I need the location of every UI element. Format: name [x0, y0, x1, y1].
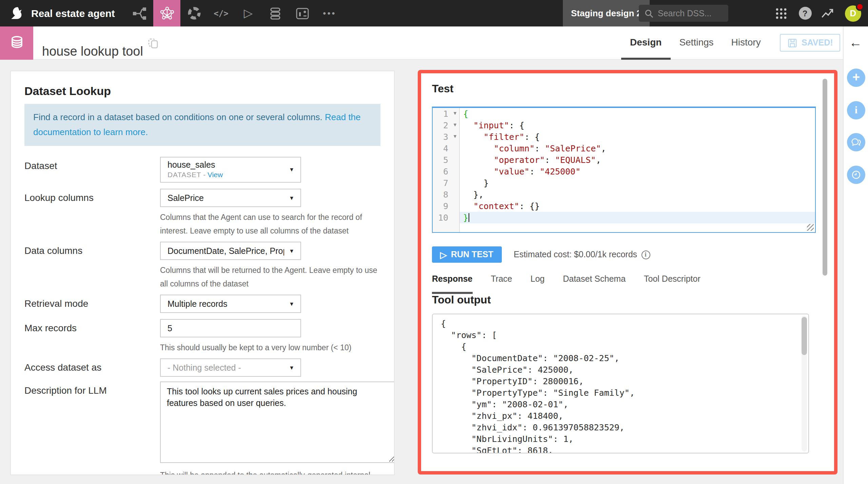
tab-trace[interactable]: Trace: [491, 274, 512, 294]
save-icon: [787, 38, 797, 48]
test-input-editor[interactable]: 1{ 2 "input": { 3 "filter": { 4 "column"…: [432, 107, 816, 233]
apps-grid-icon[interactable]: [771, 0, 791, 26]
estimated-cost: Estimated cost: $0.00/1k records: [514, 250, 650, 259]
test-panel: Test 1{ 2 "input": { 3 "filter": { 4 "co…: [418, 70, 837, 474]
result-tabs: Response Trace Log Dataset Schema Tool D…: [432, 274, 823, 294]
max-records-row: Max records 5 This should usually be kep…: [24, 319, 380, 354]
retrieval-mode-row: Retrieval mode Multiple records: [24, 295, 380, 313]
description-help: This will be appended to the automatical…: [160, 468, 380, 475]
env-switch-button[interactable]: Staging design 2: [563, 0, 650, 26]
history-button[interactable]: [847, 166, 865, 184]
editor-line-active: 10}: [433, 212, 815, 223]
max-records-help: This should usually be kept to a very lo…: [160, 341, 380, 354]
output-scrollbar[interactable]: [802, 317, 807, 355]
bird-logo-icon: [9, 5, 25, 21]
collapse-panel-arrow-icon[interactable]: ←: [849, 36, 862, 49]
fold-icon[interactable]: [451, 119, 460, 131]
tool-output-title: Tool output: [432, 294, 823, 306]
right-rail: ←: [843, 26, 868, 484]
dataset-type-badge: DATASET: [167, 170, 201, 179]
test-title: Test: [432, 83, 823, 95]
visual-analyses-icon[interactable]: [153, 0, 180, 26]
max-records-input[interactable]: 5: [160, 319, 301, 337]
tab-dataset-schema[interactable]: Dataset Schema: [563, 274, 626, 294]
search-icon: [644, 8, 654, 18]
data-columns-help: Columns that will be returned to the Age…: [160, 263, 380, 291]
description-textarea[interactable]: This tool looks up current sales prices …: [160, 381, 395, 463]
trend-icon[interactable]: [817, 0, 837, 26]
description-label: Description for LLM: [24, 381, 160, 396]
fold-icon[interactable]: [451, 131, 460, 143]
line-number: 9: [433, 200, 451, 212]
editor-line: 1{: [433, 108, 815, 119]
notification-badge: [856, 2, 864, 11]
tab-design[interactable]: Design: [621, 26, 670, 60]
project-title: Real estate agent: [31, 7, 115, 19]
run-test-button[interactable]: RUN TEST: [432, 246, 501, 263]
tab-history[interactable]: History: [723, 26, 770, 60]
info-button[interactable]: [847, 101, 865, 119]
copy-id-icon[interactable]: [148, 38, 159, 52]
line-number: 3: [433, 131, 451, 143]
editor-line: 7 }: [433, 177, 815, 189]
header-tabs: Design Settings History: [621, 26, 770, 60]
info-box: Find a record in a dataset based on cond…: [24, 104, 380, 146]
fold-icon[interactable]: [451, 108, 460, 119]
lookup-columns-row: Lookup columns SalePrice Columns that th…: [24, 189, 380, 238]
more-icon[interactable]: [316, 0, 343, 26]
panel-title: Dataset Lookup: [24, 85, 380, 98]
description-row: Description for LLM This tool looks up c…: [24, 381, 380, 475]
dataset-select[interactable]: house_sales DATASET - View: [160, 157, 301, 183]
line-number: 8: [433, 189, 451, 200]
notebooks-icon[interactable]: [180, 0, 208, 26]
tab-response[interactable]: Response: [432, 274, 473, 294]
stack-icon[interactable]: [262, 0, 289, 26]
tool-header: house lookup tool Design Settings Histor…: [0, 26, 843, 60]
flow-icon[interactable]: [126, 0, 153, 26]
tab-log[interactable]: Log: [531, 274, 545, 294]
editor-resize-handle[interactable]: [807, 224, 814, 231]
dataset-lookup-panel: Dataset Lookup Find a record in a datase…: [10, 71, 395, 475]
data-columns-row: Data columns DocumentDate, SalePrice, Pr…: [24, 242, 380, 291]
project-nav: [126, 0, 343, 26]
dataset-row: Dataset house_sales DATASET - View: [24, 157, 380, 183]
lookup-columns-label: Lookup columns: [24, 189, 160, 203]
code-icon[interactable]: [208, 0, 235, 26]
add-button[interactable]: [847, 69, 865, 87]
editor-line: 2 "input": {: [433, 119, 815, 131]
jobs-play-icon[interactable]: [235, 0, 262, 26]
line-number: 6: [433, 166, 451, 177]
dataiku-logo[interactable]: [8, 4, 26, 22]
dataset-view-link[interactable]: View: [208, 170, 223, 179]
help-icon[interactable]: [795, 0, 815, 26]
top-navbar: Real estate agent: [0, 0, 868, 26]
tab-tool-descriptor[interactable]: Tool Descriptor: [644, 274, 701, 294]
user-avatar[interactable]: D: [843, 0, 863, 26]
saved-button[interactable]: SAVED!: [780, 34, 841, 52]
editor-line: 3 "filter": {: [433, 131, 815, 143]
search-placeholder: Search DSS...: [658, 8, 711, 18]
search-input[interactable]: Search DSS...: [639, 5, 728, 22]
page-title: house lookup tool: [42, 35, 143, 68]
retrieval-mode-select[interactable]: Multiple records: [160, 295, 301, 313]
data-columns-select[interactable]: DocumentDate, SalePrice, Prope: [160, 242, 301, 260]
lookup-columns-select[interactable]: SalePrice: [160, 189, 301, 207]
editor-line: 6 "value": "425000": [433, 166, 815, 177]
access-dataset-label: Access dataset as: [24, 358, 160, 373]
dashboard-icon[interactable]: [289, 0, 316, 26]
dataset-label: Dataset: [24, 157, 160, 171]
tab-settings[interactable]: Settings: [670, 26, 722, 60]
line-number: 4: [433, 143, 451, 154]
dataset-tool-icon: [0, 26, 33, 60]
discussions-button[interactable]: [847, 133, 865, 151]
line-number: 2: [433, 119, 451, 131]
tool-output-box: { "rows": [ { "DocumentDate": "2008-02-2…: [432, 314, 809, 453]
retrieval-mode-label: Retrieval mode: [24, 295, 160, 309]
editor-line: 5 "operator": "EQUALS",: [433, 154, 815, 166]
editor-line: 8 },: [433, 189, 815, 200]
cost-info-icon[interactable]: [641, 250, 650, 259]
panel-scrollbar[interactable]: [823, 79, 827, 276]
database-icon: [8, 34, 25, 52]
access-dataset-select[interactable]: - Nothing selected -: [160, 358, 301, 377]
lookup-columns-help: Columns that the Agent can use to search…: [160, 210, 380, 238]
